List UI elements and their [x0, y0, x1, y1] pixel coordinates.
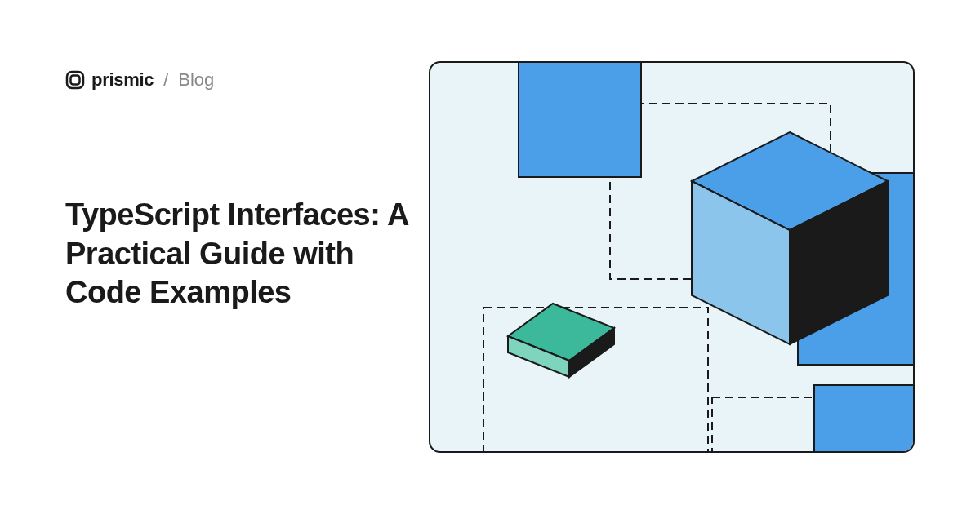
section-label: Blog	[178, 69, 214, 91]
breadcrumb-separator: /	[163, 69, 168, 91]
hero-illustration	[429, 61, 915, 453]
page-title: TypeScript Interfaces: A Practical Guide…	[65, 196, 425, 312]
svg-rect-7	[814, 385, 915, 453]
header: prismic / Blog	[65, 69, 214, 91]
svg-rect-5	[519, 63, 641, 177]
svg-rect-0	[67, 72, 83, 88]
prismic-logo-icon	[65, 70, 85, 90]
brand-name: prismic	[91, 69, 154, 91]
svg-rect-1	[71, 76, 80, 85]
